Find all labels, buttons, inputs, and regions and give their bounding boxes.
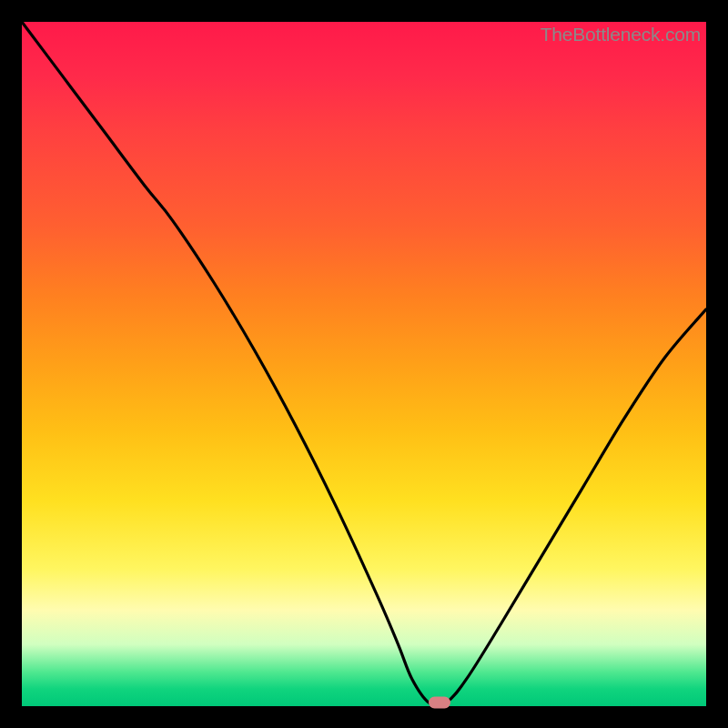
bottleneck-curve: [22, 22, 706, 706]
chart-frame: TheBottleneck.com: [0, 0, 728, 728]
watermark-text: TheBottleneck.com: [541, 24, 701, 46]
optimal-marker: [429, 697, 450, 709]
plot-area: TheBottleneck.com: [22, 22, 706, 706]
